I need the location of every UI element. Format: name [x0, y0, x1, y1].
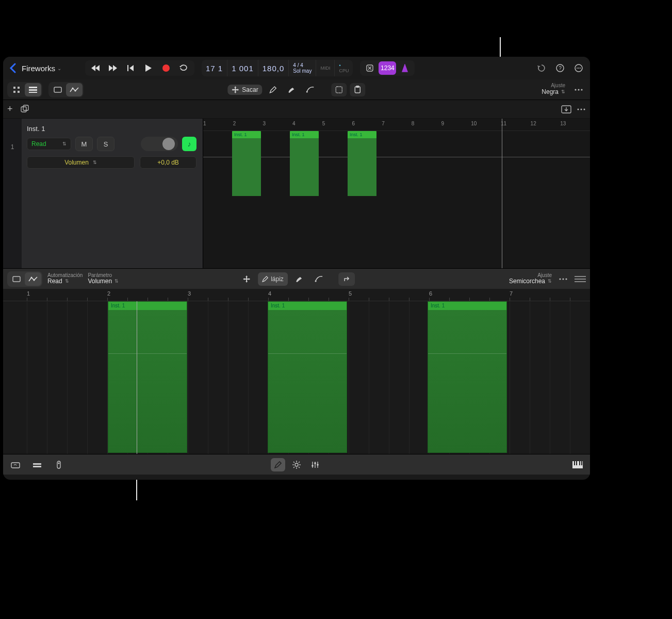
play-button[interactable] — [143, 62, 154, 74]
lcd-display[interactable]: 17 1 1 001 180,0 4 / 4 Sol may MIDI • CP… — [202, 60, 353, 76]
ruler-mark: 7 — [510, 290, 513, 297]
grid-line — [550, 301, 550, 454]
svg-rect-65 — [579, 461, 580, 465]
pencil-tool-button[interactable] — [266, 83, 281, 96]
chevron-updown-icon: ⇅ — [548, 279, 552, 284]
arrange-toolbar: Sacar Ajuste Negra⇅ — [3, 79, 590, 100]
instrument-chip[interactable]: ♪ — [182, 137, 196, 151]
arrange-more-button[interactable] — [571, 83, 586, 97]
region-header-label: Inst. 1 — [348, 131, 376, 138]
automation-param-label: Volumen — [64, 159, 89, 166]
cpu-dot-icon: • — [339, 63, 349, 68]
solo-button[interactable]: S — [97, 137, 114, 151]
midi-region[interactable]: Inst. 1 — [268, 301, 347, 453]
track-header[interactable]: Inst. 1 Read ⇅ M S ♪ Volumen — [22, 119, 203, 268]
editor-parameter[interactable]: Parámetro Volumen⇅ — [88, 272, 119, 285]
svg-rect-13 — [29, 87, 37, 88]
rewind-button[interactable] — [90, 62, 102, 74]
editor-more-button[interactable] — [556, 272, 570, 286]
project-name-dropdown[interactable]: Fireworks ⌄ — [22, 64, 61, 73]
editor-curve-tool[interactable] — [310, 272, 327, 286]
bar-ruler-top[interactable]: 1234567891011121314 — [203, 119, 590, 131]
svg-rect-14 — [29, 89, 37, 91]
undo-history-button[interactable] — [534, 61, 549, 75]
midi-region[interactable]: Inst. 1 — [232, 131, 261, 196]
clipboard-button[interactable] — [350, 83, 366, 96]
region-header-label: Inst. 1 — [290, 131, 319, 138]
region-midline — [428, 353, 506, 354]
move-tool-label: Sacar — [242, 86, 258, 93]
mixer-button[interactable] — [30, 458, 44, 471]
tuner-button[interactable] — [361, 61, 379, 75]
svg-rect-26 — [21, 107, 26, 112]
curve-tool-button[interactable] — [303, 83, 318, 96]
svg-point-18 — [75, 90, 76, 91]
region-view-button[interactable] — [50, 83, 66, 96]
automation-param-value[interactable]: +0,0 dB — [140, 156, 196, 169]
editor-automation-view-button[interactable] — [25, 272, 41, 286]
midi-region[interactable]: Inst. 1 — [108, 301, 187, 453]
ruler-tick — [530, 298, 530, 301]
editor-body[interactable]: 12345678 Inst. 1Inst. 1Inst. 1 — [3, 289, 590, 454]
ruler-mark: 13 — [560, 121, 566, 126]
library-button[interactable] — [8, 458, 23, 471]
duplicate-track-button[interactable] — [20, 105, 29, 114]
pan-knob[interactable] — [141, 137, 178, 151]
automation-param-select[interactable]: Volumen ⇅ — [27, 156, 135, 169]
brush-tool-button[interactable] — [284, 83, 300, 96]
midi-region[interactable]: Inst. 1 — [290, 131, 319, 196]
more-menu-button[interactable] — [571, 61, 586, 75]
dock-pencil-button[interactable] — [271, 458, 285, 471]
record-button[interactable] — [160, 62, 172, 74]
midi-region[interactable]: Inst. 1 — [348, 131, 376, 196]
editor-move-tool[interactable] — [238, 272, 255, 286]
lcd-midi-label: MIDI — [320, 66, 330, 71]
loop-browser-button[interactable] — [332, 83, 347, 96]
editor-menu-button[interactable] — [575, 276, 586, 282]
count-in-button[interactable]: 1234 — [379, 61, 396, 75]
dock-sliders-button[interactable] — [308, 458, 322, 471]
snap-setting[interactable]: Ajuste Negra⇅ — [542, 83, 568, 95]
forward-button[interactable] — [108, 62, 119, 74]
ruler-mark: 1 — [27, 290, 30, 297]
editor-link-button[interactable] — [338, 272, 355, 286]
automation-view-button[interactable] — [66, 83, 83, 96]
svg-rect-64 — [576, 461, 577, 465]
add-track-button[interactable]: + — [7, 104, 13, 115]
editor-snap-setting[interactable]: Ajuste Semicorchea⇅ — [509, 272, 552, 285]
editor-brush-tool[interactable] — [291, 272, 307, 286]
track-header-more-button[interactable] — [577, 108, 586, 111]
ruler-tick — [389, 298, 389, 301]
automation-mode-select[interactable]: Read ⇅ — [27, 138, 71, 150]
playhead[interactable] — [502, 119, 502, 268]
move-tool-button[interactable]: Sacar — [227, 85, 262, 95]
grid-line — [208, 301, 208, 454]
ruler-mark: 4 — [292, 121, 296, 126]
mute-button[interactable]: M — [75, 137, 93, 151]
editor-pencil-tool[interactable]: lápiz — [258, 272, 288, 286]
ruler-mark: 8 — [412, 121, 415, 126]
dock-gear-button[interactable] — [289, 458, 304, 471]
midi-region[interactable]: Inst. 1 — [428, 301, 507, 453]
cycle-button[interactable] — [178, 62, 189, 74]
svg-point-34 — [34, 279, 35, 281]
bar-ruler-editor[interactable]: 12345678 — [3, 289, 590, 301]
region-header-label: Inst. 1 — [232, 131, 261, 138]
svg-rect-15 — [29, 92, 37, 93]
list-view-button[interactable] — [25, 83, 41, 96]
go-to-start-button[interactable] — [125, 62, 137, 74]
track-header-column: 1 Inst. 1 Read ⇅ M S ♪ — [3, 119, 203, 268]
svg-rect-10 — [18, 87, 20, 89]
smart-controls-button[interactable] — [52, 458, 66, 471]
metronome-button[interactable] — [396, 61, 414, 75]
editor-automation-mode[interactable]: Automatización Read⇅ — [47, 272, 83, 285]
grid-view-button[interactable] — [8, 83, 25, 96]
editor-playhead[interactable] — [137, 301, 137, 454]
import-button[interactable] — [561, 105, 571, 113]
help-button[interactable]: ? — [553, 61, 567, 75]
editor-region-view-button[interactable] — [8, 272, 25, 286]
back-button[interactable] — [7, 63, 19, 73]
svg-point-47 — [295, 463, 298, 466]
piano-keyboard-button[interactable] — [570, 458, 585, 471]
arrange-lanes[interactable]: 1234567891011121314 Inst. 1Inst. 1Inst. … — [203, 119, 590, 268]
